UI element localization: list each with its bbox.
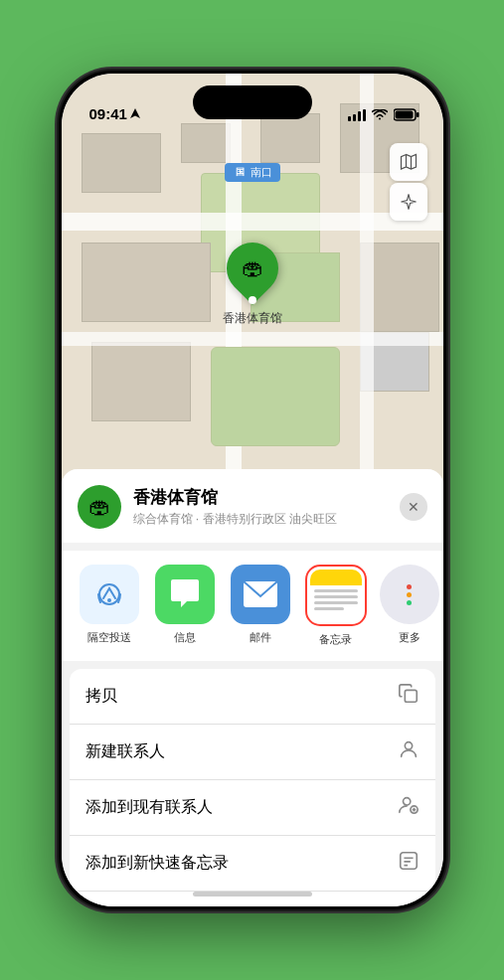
svg-rect-5	[417, 112, 420, 117]
share-notes[interactable]: 备忘录	[304, 565, 368, 647]
location-arrow-icon	[130, 108, 140, 120]
svg-rect-0	[348, 116, 351, 121]
mail-label: 邮件	[250, 630, 271, 645]
close-button[interactable]: ✕	[400, 493, 427, 521]
quick-note-icon	[398, 850, 420, 877]
home-indicator	[193, 892, 312, 897]
signal-icon	[348, 109, 366, 121]
airdrop-icon	[80, 565, 139, 624]
notes-line-1	[314, 589, 358, 592]
action-copy[interactable]: 拷贝	[70, 669, 435, 725]
action-list: 拷贝 新建联系人	[70, 669, 435, 906]
place-sub: 综合体育馆 · 香港特别行政区 油尖旺区	[133, 511, 388, 528]
action-new-contact-label: 新建联系人	[85, 741, 398, 762]
notes-icon-wrapper	[305, 565, 367, 626]
location-label: 国 南口	[225, 163, 280, 182]
dot-2	[407, 592, 412, 597]
wifi-icon	[372, 109, 388, 121]
notes-label: 备忘录	[319, 632, 352, 647]
notes-lines	[310, 585, 362, 621]
action-quick-note-label: 添加到新快速备忘录	[85, 853, 398, 874]
dot-1	[407, 584, 412, 589]
location-icon: 🏟	[78, 485, 121, 529]
messages-icon	[155, 565, 215, 624]
map-controls	[390, 143, 427, 221]
new-contact-icon	[398, 738, 420, 765]
location-info: 香港体育馆 综合体育馆 · 香港特别行政区 油尖旺区	[133, 486, 388, 528]
svg-rect-10	[405, 690, 417, 702]
map-icon	[399, 152, 419, 172]
airdrop-label: 隔空投送	[87, 630, 131, 645]
messages-symbol	[169, 579, 201, 609]
notes-line-4	[314, 607, 345, 610]
svg-point-11	[405, 742, 412, 749]
notes-icon	[310, 570, 362, 621]
share-messages[interactable]: 信息	[153, 565, 217, 647]
action-quick-note[interactable]: 添加到新快速备忘录	[70, 836, 435, 892]
time-display: 09:41	[89, 106, 127, 121]
status-icons	[348, 108, 420, 121]
action-new-contact[interactable]: 新建联系人	[70, 725, 435, 780]
dot-3	[407, 600, 412, 605]
more-icon	[380, 565, 439, 624]
action-add-contact[interactable]: 添加到现有联系人	[70, 780, 435, 836]
place-name: 香港体育馆	[133, 486, 388, 509]
marker-dot	[249, 296, 256, 304]
svg-rect-2	[358, 111, 361, 121]
share-row: 隔空投送 信息	[62, 551, 443, 661]
location-header: 🏟 香港体育馆 综合体育馆 · 香港特别行政区 油尖旺区 ✕	[62, 469, 443, 543]
location-button[interactable]	[390, 183, 427, 221]
svg-rect-1	[353, 114, 356, 121]
action-copy-label: 拷贝	[85, 686, 398, 707]
svg-rect-16	[400, 853, 417, 870]
share-more[interactable]: 更多	[380, 565, 439, 647]
more-dots	[407, 584, 412, 605]
svg-rect-3	[363, 109, 366, 121]
bottom-sheet: 🏟 香港体育馆 综合体育馆 · 香港特别行政区 油尖旺区 ✕	[62, 469, 443, 906]
share-airdrop[interactable]: 隔空投送	[78, 565, 141, 647]
marker-pin: 🏟	[216, 232, 289, 305]
svg-point-12	[403, 798, 410, 805]
print-icon	[398, 905, 420, 906]
svg-point-8	[107, 598, 111, 602]
mail-icon	[231, 565, 290, 624]
notes-line-2	[314, 595, 358, 598]
mail-symbol	[244, 581, 277, 607]
status-time: 09:41	[89, 106, 140, 121]
notes-top-bar	[310, 570, 362, 585]
more-label: 更多	[399, 630, 420, 645]
map-type-button[interactable]	[390, 143, 427, 181]
share-mail[interactable]: 邮件	[229, 565, 292, 647]
map-area[interactable]: 国 南口	[62, 74, 443, 501]
battery-icon	[394, 108, 420, 121]
copy-icon	[398, 683, 420, 710]
map-marker: 🏟 香港体育馆	[223, 243, 282, 327]
notes-line-3	[314, 601, 358, 604]
phone-frame: 09:41	[59, 71, 446, 909]
airdrop-symbol	[93, 578, 125, 610]
marker-label: 香港体育馆	[223, 310, 282, 327]
svg-rect-6	[395, 111, 413, 119]
compass-icon	[400, 193, 418, 211]
action-add-contact-label: 添加到现有联系人	[85, 797, 398, 818]
dynamic-island	[193, 85, 312, 119]
messages-label: 信息	[174, 630, 196, 645]
marker-icon: 🏟	[242, 255, 263, 281]
add-contact-icon	[398, 794, 420, 821]
